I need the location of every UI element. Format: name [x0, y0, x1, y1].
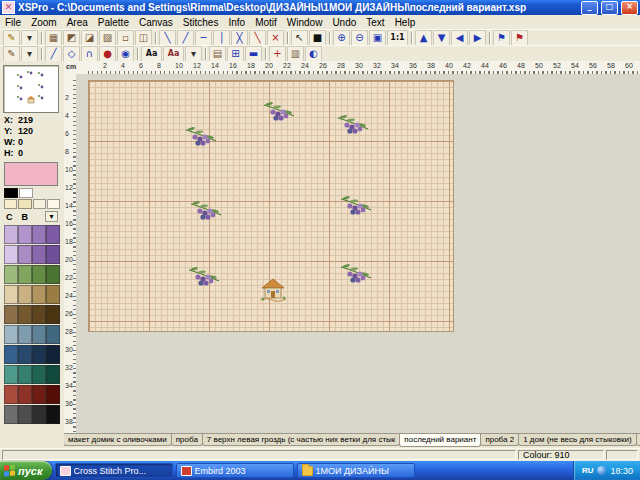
palette-swatch[interactable]: [32, 305, 46, 324]
tray-app-icon[interactable]: [597, 466, 606, 475]
palette-swatch[interactable]: [47, 199, 60, 209]
taskbar-window-button[interactable]: Embird 2003: [176, 463, 294, 478]
maximize-button[interactable]: □: [601, 1, 618, 15]
palette-swatch[interactable]: [18, 325, 32, 344]
language-indicator[interactable]: RU: [582, 466, 594, 475]
motif-dropdown-icon[interactable]: ▾: [21, 46, 38, 62]
french-knot-tool[interactable]: ●: [99, 46, 116, 62]
palette-swatch[interactable]: [18, 305, 32, 324]
palette-swatch[interactable]: [18, 345, 32, 364]
half-stitch-tool[interactable]: ◪: [81, 30, 98, 46]
petite-stitch-tool[interactable]: ▫: [117, 30, 134, 46]
menu-item-help[interactable]: Help: [390, 17, 421, 28]
palette-swatch[interactable]: [4, 265, 18, 284]
menu-item-undo[interactable]: Undo: [327, 17, 361, 28]
minimize-button[interactable]: _: [581, 1, 598, 15]
zoom-fit-tool[interactable]: ▣: [369, 30, 386, 46]
palette-swatch[interactable]: [46, 305, 60, 324]
backstitch-vertical-tool[interactable]: │: [213, 30, 230, 46]
menu-item-zoom[interactable]: Zoom: [26, 17, 62, 28]
palette-swatch[interactable]: [32, 325, 46, 344]
palette-swatch[interactable]: [4, 325, 18, 344]
palette-swatch[interactable]: [33, 199, 46, 209]
backstitch-diagonal-down-tool[interactable]: ╲: [159, 30, 176, 46]
menu-item-palette[interactable]: Palette: [93, 17, 134, 28]
palette-swatch[interactable]: [18, 199, 31, 209]
palette-swatch[interactable]: [32, 345, 46, 364]
scroll-up-tool[interactable]: ▲: [415, 30, 432, 46]
backstitch-cross-tool[interactable]: ╳: [231, 30, 248, 46]
backstitch-diagonal-up-tool[interactable]: ╱: [177, 30, 194, 46]
menu-item-text[interactable]: Text: [361, 17, 389, 28]
palette-swatch[interactable]: [46, 345, 60, 364]
motif-pencil-tool[interactable]: ✎: [3, 46, 20, 62]
taskbar-window-button[interactable]: 1МОИ ДИЗАЙНЫ: [297, 463, 415, 478]
polygon-tool[interactable]: ◇: [63, 46, 80, 62]
select-tool[interactable]: ↖: [291, 30, 308, 46]
palette-swatch[interactable]: [46, 225, 60, 244]
bead-tool[interactable]: ◉: [117, 46, 134, 62]
mini-stitch-tool[interactable]: ◫: [135, 30, 152, 46]
current-color-swatch[interactable]: [4, 162, 58, 186]
palette-swatch[interactable]: [32, 225, 46, 244]
palette-swatch[interactable]: [46, 265, 60, 284]
palette-editor-icon[interactable]: ▥: [287, 46, 304, 62]
scroll-right-tool[interactable]: ▶: [469, 30, 486, 46]
tab-document[interactable]: проба 2: [480, 434, 519, 446]
menu-item-motif[interactable]: Motif: [250, 17, 282, 28]
full-stitch-tool[interactable]: ▦: [45, 30, 62, 46]
palette-swatch[interactable]: [19, 188, 33, 198]
palette-swatch[interactable]: [18, 365, 32, 384]
palette-swatch[interactable]: [4, 188, 18, 198]
fabric-icon[interactable]: ▤: [209, 46, 226, 62]
palette-swatch[interactable]: [18, 385, 32, 404]
close-button[interactable]: ×: [621, 1, 638, 15]
palette-swatch[interactable]: [46, 365, 60, 384]
menu-item-canvas[interactable]: Canvas: [134, 17, 178, 28]
scroll-left-tool[interactable]: ◀: [451, 30, 468, 46]
text-dropdown-icon[interactable]: ▾: [185, 46, 202, 62]
text-tool[interactable]: Aa: [141, 46, 162, 62]
color-picker-tool[interactable]: ◐: [305, 46, 322, 62]
longstitch-tool[interactable]: ╲: [249, 30, 266, 46]
palette-swatch[interactable]: [46, 325, 60, 344]
tab-document[interactable]: 1 дом (не весь для стыковки): [518, 434, 637, 446]
palette-mode-b[interactable]: B: [22, 212, 29, 222]
palette-swatch[interactable]: [4, 225, 18, 244]
palette-swatch[interactable]: [18, 265, 32, 284]
palette-swatch[interactable]: [46, 285, 60, 304]
fill-tool[interactable]: ■: [309, 30, 326, 46]
palette-swatch[interactable]: [32, 385, 46, 404]
taskbar-window-button[interactable]: Cross Stitch Pro...: [55, 463, 173, 478]
grid-toggle[interactable]: ⊞: [227, 46, 244, 62]
palette-mode-c[interactable]: C: [6, 212, 13, 222]
three-quarter-stitch-tool[interactable]: ◩: [63, 30, 80, 46]
menu-item-info[interactable]: Info: [223, 17, 250, 28]
palette-swatch[interactable]: [32, 365, 46, 384]
palette-swatch[interactable]: [4, 245, 18, 264]
clock[interactable]: 18:30: [610, 466, 633, 476]
delete-stitch-tool[interactable]: ×: [267, 30, 284, 46]
menu-item-area[interactable]: Area: [62, 17, 93, 28]
tab-document[interactable]: 2 правая них гр: [636, 434, 640, 446]
palette-swatch[interactable]: [46, 385, 60, 404]
palette-swatch[interactable]: [4, 305, 18, 324]
zoom-actual-tool[interactable]: 1:1: [387, 30, 408, 46]
palette-swatch[interactable]: [18, 245, 32, 264]
palette-dropdown-icon[interactable]: ▾: [45, 211, 58, 222]
palette-swatch[interactable]: [18, 285, 32, 304]
design-preview[interactable]: [3, 65, 59, 113]
palette-swatch[interactable]: [32, 405, 46, 424]
pencil-dropdown-icon[interactable]: ▾: [21, 30, 38, 46]
text-color-tool[interactable]: Aa: [163, 46, 184, 62]
line-tool[interactable]: ╱: [45, 46, 62, 62]
flag-red-tool[interactable]: ⚑: [511, 30, 528, 46]
menu-item-file[interactable]: File: [0, 17, 26, 28]
palette-swatch[interactable]: [4, 199, 17, 209]
palette-swatch[interactable]: [4, 345, 18, 364]
flag-blue-tool[interactable]: ⚑: [493, 30, 510, 46]
zoom-in-tool[interactable]: ⊕: [333, 30, 350, 46]
add-knot-tool[interactable]: +: [269, 46, 286, 62]
tab-active-document[interactable]: последний вариант: [399, 434, 481, 447]
zoom-out-tool[interactable]: ⊖: [351, 30, 368, 46]
